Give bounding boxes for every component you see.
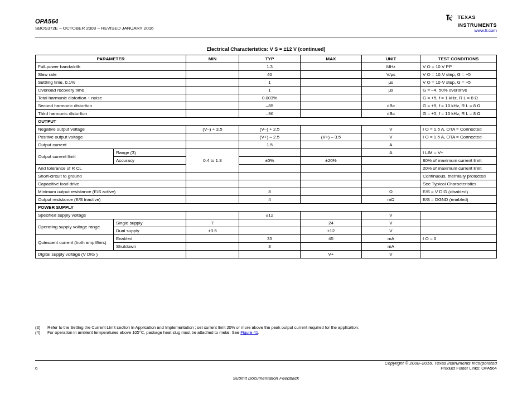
cell-subparam: Shutdown [114,243,186,251]
cell-min: 0.4 to 1.8 [186,149,239,173]
cell-typ [239,165,301,173]
cell-max [301,71,362,79]
cell-min [186,133,239,141]
table-row: Third harmonic distortion –96 dBc G = +5… [36,110,497,118]
cell-max: ±20% [301,157,362,165]
cell-unit: V/µs [362,71,420,79]
cell-min [186,141,239,149]
cell-test: E/S = V DIG (disabled) [420,188,497,196]
spec-table-wrap: PARAMETER MIN TYP MAX UNIT TEST CONDITIO… [35,55,497,258]
table-row: Short-circuit to ground Continuous, ther… [36,173,497,180]
cell-typ: 8 [239,243,301,251]
footnote-text-b: . [258,330,259,335]
cell-typ: 0.003% [239,94,301,102]
part-number: OPA564 [35,18,58,25]
col-test: TEST CONDITIONS [420,55,497,63]
table-row: Output current limit Range (3) 0.4 to 1.… [36,149,497,157]
table-row: Total harmonic distortion + noise 0.003%… [36,94,497,102]
cell-typ: –96 [239,110,301,118]
cell-max [301,173,362,180]
product-links: Product Folder Links: OPA564 [441,366,497,371]
cell-typ: 4 [239,196,301,204]
cell-typ: 1 [239,87,301,94]
cell-max: (V+) – 3.5 [301,133,362,141]
cell-unit: V [362,219,420,227]
col-typ: TYP [239,55,301,63]
cell-max [301,212,362,219]
cell-test: I O = 1.5 A, OTA = Connected [420,133,497,141]
cell-test: I O = 0 [420,235,497,243]
table-row: Capacitive load drive See Typical Charac… [36,180,497,188]
brand-bot: INSTRUMENTS [458,22,497,28]
cell-unit [362,173,420,180]
table-row: Operating supply voltage range Single su… [36,219,497,227]
cell-typ: (V–) + 2.5 [239,126,301,133]
table-row: Output current 1.5 A [36,141,497,149]
cell-min [186,196,239,204]
footnote-text: For operation in ambient temperatures ab… [47,330,259,335]
cell-typ [239,173,301,180]
cell-max [301,180,362,188]
ti-logo: TEXAS INSTRUMENTS [444,12,497,28]
cell-min: ±3.5 [186,227,239,235]
revision-line: SBOS372E – OCTOBER 2008 – REVISED JANUAR… [35,26,154,31]
cell-typ: 1.5 [239,141,301,149]
cell-min [186,188,239,196]
cell-typ [239,149,301,157]
cell-param: Output current [36,141,186,149]
cell-min [186,79,239,87]
footer-right: Copyright © 2008–2016, Texas Instruments… [385,361,497,371]
table-row: Settling time, 0.1% 1 µs V O = 10-V step… [36,79,497,87]
cell-param: Settling time, 0.1% [36,79,186,87]
cell-unit [362,157,420,165]
cell-unit: A [362,141,420,149]
col-max: MAX [301,55,362,63]
cell-min [186,180,239,188]
cell-max: ±12 [301,227,362,235]
cell-param: Short-circuit to ground [36,173,186,180]
cell-unit: dBc [362,102,420,110]
cell-test: G = +5, f = 10 kHz, R L = 8 Ω [420,110,497,118]
cell-typ: 1 [239,79,301,87]
cell-param: Minimum output resistance (E/S active) [36,188,186,196]
table-row: Minimum output resistance (E/S active) 8… [36,188,497,196]
cell-typ [239,219,301,227]
cell-max [301,87,362,94]
cell-min: 7 [186,219,239,227]
cell-max: V+ [301,251,362,258]
cell-subparam: Range (3) [114,149,186,157]
cell-min [186,94,239,102]
cell-unit: mA [362,243,420,251]
cell-param: Total harmonic distortion + noise [36,94,186,102]
cell-test: E/S = DGND (enabled) [420,196,497,204]
section-label: OUTPUT [36,118,497,126]
cell-max [301,149,362,157]
cell-subparam: Accuracy [114,157,186,165]
cell-min [186,173,239,180]
cell-test: I LIM = V+ [420,149,497,157]
cell-typ: 40 [239,71,301,79]
cell-unit [362,94,420,102]
cell-test: Continuous, thermally protected [420,173,497,180]
footnote-text-a: For operation in ambient temperatures ab… [47,330,240,335]
cell-max [301,141,362,149]
cell-test [420,243,497,251]
footer-center[interactable]: Submit Documentation Feedback [0,376,532,381]
page-number: 6 [35,366,37,371]
cell-unit: Ω [362,188,420,196]
cell-param: Overload recovery time [36,87,186,94]
header-url[interactable]: www.ti.com [475,28,497,33]
cell-param: Digital supply voltage (V DIG ) [36,251,186,258]
cell-unit: V [362,126,420,133]
cell-unit: V [362,251,420,258]
cell-max [301,94,362,102]
cell-max [301,126,362,133]
cell-unit [362,165,420,173]
cell-max [301,79,362,87]
cell-param: Output resistance (E/S inactive) [36,196,186,204]
figure-link[interactable]: Figure 41 [240,330,258,335]
cell-subparam: Single supply [114,219,186,227]
table-row: Slew rate 40 V/µs V O = 10-V step, G = +… [36,71,497,79]
cell-typ: ±12 [239,212,301,219]
section-label: POWER SUPPLY [36,204,497,212]
